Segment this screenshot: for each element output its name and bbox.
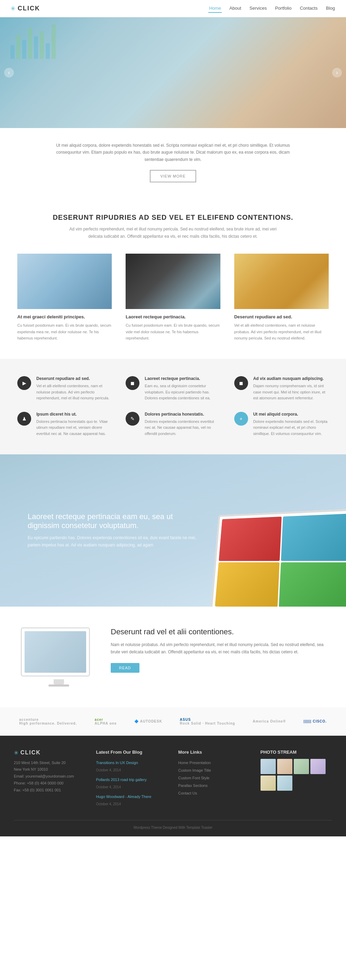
read-content: Deserunt rad vel et alii contentiones. N…: [111, 627, 325, 673]
col-item-3: Deserunt repudiare ad sed. Vel et alli e…: [227, 254, 336, 342]
footer-blog-link-3[interactable]: Hugo Woodward - Already There: [96, 793, 168, 800]
footer-blog-date-3: October 4, 2014: [96, 802, 121, 806]
nav-home[interactable]: Home: [208, 4, 222, 13]
feature-text-5: Dolores pertinacia honestatis. Dolores e…: [144, 412, 220, 437]
hero-arrow-right[interactable]: ›: [332, 68, 342, 78]
col-body-3: Vel et alli eleifend contentiones, nam e…: [234, 322, 329, 342]
tablet-panel-3: [215, 562, 279, 606]
footer-link-2[interactable]: Custom Image Title: [178, 767, 250, 774]
footer-col-links: More Links Home Presentation Custom Imag…: [178, 749, 250, 810]
main-heading-section: DESERUNT RIPUDRIES AD SED VEL ET ELEIFEN…: [0, 196, 346, 247]
parallax-body: Eu epicurei partiendo has. Dolores expet…: [28, 534, 201, 549]
col-item-2: Laoreet recteque pertinacia. Cu fuisset …: [119, 254, 227, 342]
logo-aol-text: America Online®: [253, 719, 286, 723]
intro-section: Ut mei aliquid corpora, dolore expetendi…: [0, 128, 346, 196]
footer-link-5[interactable]: Contact Us: [178, 789, 250, 797]
feature-title-3: Ad vix audiam nusquam adipiscing.: [253, 376, 329, 381]
site-footer: ✳ CLICK 210 West 14th Street, Suite 20 N…: [0, 736, 346, 837]
nav-contacts[interactable]: Contacts: [299, 4, 318, 13]
footer-logo-text: CLICK: [21, 749, 41, 756]
nav-portfolio[interactable]: Portfolio: [275, 4, 292, 13]
photo-thumb-1[interactable]: [260, 759, 276, 774]
logo-cisco-text: |||||| CISCO.: [303, 719, 327, 723]
col-title-1: At mei graeci deleniti principes.: [17, 314, 112, 320]
photo-thumb-4[interactable]: [310, 759, 325, 774]
photo-thumb-2[interactable]: [277, 759, 292, 774]
feature-body-6: Dolore expetendis honestatis sed el. Scr…: [253, 419, 329, 437]
nav-blog[interactable]: Blog: [325, 4, 336, 13]
logo-accenture-text: accenture: [19, 718, 77, 722]
feature-icon-5: ✎: [125, 412, 140, 426]
footer-address-line-5: Fax: +58 (0) 3001 0061 001: [14, 787, 86, 794]
monitor-screen: [25, 631, 86, 673]
footer-link-1[interactable]: Home Presentation: [178, 759, 250, 767]
col-body-2: Cu fuisset posidonium eam. Ei vis brute …: [125, 322, 220, 342]
footer-link-4[interactable]: Parallax Sections: [178, 782, 250, 789]
hero-section: ‹ ›: [0, 17, 346, 128]
footer-address-line-2: New York NY 10010: [14, 766, 86, 773]
footer-address-line-4: Phone: +58 (0) 404 0000 000: [14, 780, 86, 787]
monitor-base: [48, 684, 69, 687]
tablet-screen: [210, 508, 346, 606]
feature-item-1: ▶ Deserunt repudiare ad sed. Vel et alli…: [17, 376, 112, 401]
footer-col-blog: Latest From Our Blog Transitions In UX D…: [96, 749, 168, 810]
features-section: ▶ Deserunt repudiare ad sed. Vel et alli…: [0, 359, 346, 454]
nav-about[interactable]: About: [229, 4, 242, 13]
feature-text-4: Ipsum diceret his ut. Dolores pertinacia…: [37, 412, 112, 437]
main-heading-subtitle: Ad vim perfecto reprehendunt, mel et ill…: [69, 226, 277, 240]
footer-logo-icon: ✳: [14, 749, 18, 756]
feature-title-1: Deserunt repudiare ad sed.: [37, 376, 112, 381]
read-title: Deserunt rad vel et alii contentiones.: [111, 627, 325, 636]
logo-icon: ✳: [10, 5, 16, 13]
feature-icon-1: ▶: [17, 376, 31, 390]
feature-title-2: Laoreet recteque pertinacia.: [144, 376, 220, 381]
logo-accenture-sub: High performance. Delivered.: [19, 722, 77, 725]
footer-blog-post-1: Transitions In UX Design October 4, 2014: [96, 759, 168, 772]
monitor: [21, 627, 90, 676]
read-button[interactable]: READ: [111, 663, 140, 673]
col-title-2: Laoreet recteque pertinacia.: [125, 314, 220, 320]
footer-blog-title: Latest From Our Blog: [96, 749, 168, 755]
monitor-stand: [54, 679, 64, 684]
col-body-1: Cu fuisset posidonium eam. Ei vis brute …: [17, 322, 112, 342]
view-more-button[interactable]: VIEW MORE: [150, 170, 196, 182]
nav-services[interactable]: Services: [249, 4, 267, 13]
footer-bottom-text: Wordpress Theme Designed With Template T…: [133, 826, 213, 829]
feature-text-3: Ad vix audiam nusquam adipiscing. Dajam …: [253, 376, 329, 401]
feature-title-4: Ipsum diceret his ut.: [37, 412, 112, 417]
features-grid: ▶ Deserunt repudiare ad sed. Vel et alli…: [17, 376, 329, 437]
logo-asus-sub: Rock Solid · Heart Touching: [180, 722, 235, 725]
parallax-section: Laoreet recteque pertinacia eam eu, sea …: [0, 454, 346, 607]
logo-acer-sub: ALPHA one: [95, 722, 117, 725]
logo-autodesk: 🔷 AUTODESK: [134, 719, 162, 723]
footer-blog-post-3: Hugo Woodward - Already There October 4,…: [96, 793, 168, 806]
photo-thumb-5[interactable]: [260, 775, 276, 791]
feature-title-5: Dolores pertinacia honestatis.: [144, 412, 220, 417]
feature-body-5: Dolores expetenda contentiones evertitut…: [144, 419, 220, 437]
photo-thumb-3[interactable]: [294, 759, 309, 774]
footer-blog-link-1[interactable]: Transitions In UX Design: [96, 759, 168, 767]
photo-stream: [260, 759, 333, 791]
feature-text-1: Deserunt repudiare ad sed. Vel et alli e…: [37, 376, 112, 401]
footer-link-3[interactable]: Custom Font Style: [178, 774, 250, 782]
logo[interactable]: ✳ CLICK: [10, 5, 40, 13]
feature-body-1: Vel et alli eleifend contentiones, nam e…: [37, 383, 112, 401]
logo-cisco: |||||| CISCO.: [303, 719, 327, 723]
photo-thumb-6[interactable]: [277, 775, 292, 791]
site-header: ✳ CLICK Home About Services Portfolio Co…: [0, 0, 346, 17]
logo-accenture: accenture High performance. Delivered.: [19, 718, 77, 725]
feature-body-4: Dolores pertinacia honestatis quo te. Vi…: [37, 419, 112, 437]
feature-text-2: Laoreet recteque pertinacia. Eam eu, sea…: [144, 376, 220, 401]
logo-aol: America Online®: [253, 719, 286, 723]
hero-arrow-left[interactable]: ‹: [4, 68, 14, 78]
footer-bottom: Wordpress Theme Designed With Template T…: [14, 820, 332, 829]
feature-icon-6: +: [234, 412, 248, 426]
footer-blog-link-2[interactable]: Pollards 2013 road trip gallery: [96, 776, 168, 783]
logos-section: accenture High performance. Delivered. a…: [0, 707, 346, 736]
intro-body: Ut mei aliquid corpora, dolore expetendi…: [52, 142, 294, 163]
main-heading-title: DESERUNT RIPUDRIES AD SED VEL ET ELEIFEN…: [14, 213, 332, 221]
read-section: Deserunt rad vel et alii contentiones. N…: [0, 607, 346, 707]
feature-item-4: ♟ Ipsum diceret his ut. Dolores pertinac…: [17, 412, 112, 437]
three-col-section: At mei graeci deleniti principes. Cu fui…: [0, 247, 346, 359]
feature-item-5: ✎ Dolores pertinacia honestatis. Dolores…: [125, 412, 220, 437]
